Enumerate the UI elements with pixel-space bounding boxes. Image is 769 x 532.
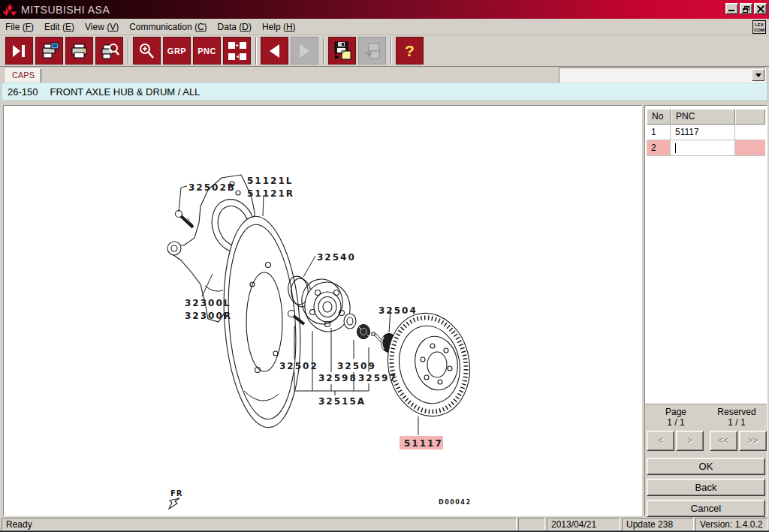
status-update: Update 238 <box>622 518 694 530</box>
forward-arrow-icon <box>300 44 309 58</box>
toolbar-separator <box>255 38 257 65</box>
help-question-icon: ? <box>405 42 415 60</box>
back-arrow-icon <box>270 44 279 58</box>
fr-marker-label: FR <box>170 489 183 497</box>
exit-button[interactable] <box>5 37 33 65</box>
help-button[interactable]: ? <box>396 37 424 65</box>
zoom-plus-icon <box>138 42 156 60</box>
grp-label: GRP <box>167 47 186 56</box>
part-label[interactable]: 32502 <box>279 361 318 371</box>
title-bar: MITSUBISHI ASA <box>0 0 769 19</box>
restore-icon <box>743 6 749 12</box>
reserved-label: Reserved <box>710 407 764 417</box>
back-nav-button[interactable]: Back <box>647 479 765 496</box>
grid-row-2[interactable]: 2 <box>647 140 765 156</box>
row2-extra-cell <box>735 140 765 156</box>
part-label[interactable]: 32597 <box>358 373 397 383</box>
toolbar: GRP PNC ? <box>0 35 769 67</box>
row1-extra-cell <box>735 125 765 140</box>
page-first-button[interactable]: << <box>710 431 737 451</box>
mitsubishi-logo-icon <box>3 4 17 16</box>
part-label[interactable]: 32300R <box>185 311 232 321</box>
part-label[interactable]: 32300L <box>185 298 231 308</box>
parts-list-panel: No PNC 1 51117 2 Page 1 / 1 Reserved 1 /… <box>644 105 767 516</box>
print-preview-icon <box>100 42 119 60</box>
column-header-pnc: PNC <box>671 109 735 125</box>
status-date: 2013/04/21 <box>547 518 620 530</box>
application-window: { "window": { "title": "MITSUBISHI ASA" … <box>0 0 769 532</box>
status-bar: Ready 2013/04/21 Update 238 Version: 1.4… <box>0 518 769 530</box>
tab-caps[interactable]: CAPS <box>5 68 41 83</box>
page-next-button[interactable]: > <box>676 431 704 451</box>
ok-button[interactable]: OK <box>647 458 765 475</box>
minimize-button[interactable] <box>725 3 738 14</box>
section-code: 26-150 <box>8 86 38 98</box>
diagram-panel: 32502B 51121L 51121R 32540 32300L 32300R… <box>3 105 642 516</box>
toolbar-separator <box>391 38 392 65</box>
menu-help[interactable]: Help (H) <box>257 20 301 34</box>
grp-button[interactable]: GRP <box>163 37 191 65</box>
window-title: MITSUBISHI ASA <box>21 4 110 16</box>
part-label[interactable]: 32540 <box>317 252 356 263</box>
chevron-down-icon <box>755 74 761 77</box>
row2-no-cell: 2 <box>647 140 671 156</box>
dropdown-button[interactable] <box>752 69 764 81</box>
restore-button[interactable] <box>740 3 752 14</box>
column-header-no: No <box>647 109 671 125</box>
close-button[interactable] <box>754 3 767 14</box>
column-header-extra <box>735 109 765 125</box>
part-label[interactable]: 51121L <box>247 176 293 186</box>
row1-pnc-cell[interactable]: 51117 <box>671 125 735 140</box>
status-message: Ready <box>2 518 517 530</box>
save-button[interactable] <box>328 37 356 65</box>
menu-communication[interactable]: Communication (C) <box>124 20 212 34</box>
menu-bar: File (F) Edit (E) View (V) Communication… <box>0 19 769 35</box>
fr-arrow-icon <box>169 498 179 509</box>
print-preview-button[interactable] <box>95 37 123 65</box>
grid-header-row: No PNC <box>647 109 765 125</box>
grid-row-1[interactable]: 1 51117 <box>647 125 765 140</box>
pager-section: Page 1 / 1 Reserved 1 / 1 < > << >> OK B… <box>645 404 767 515</box>
zoom-button[interactable] <box>133 37 161 65</box>
export-button <box>358 37 386 65</box>
text-cursor <box>675 143 676 153</box>
part-label[interactable]: 32502B <box>188 182 236 193</box>
part-label[interactable]: 32515A <box>318 396 366 407</box>
pnc-label: PNC <box>198 47 216 56</box>
page-last-button[interactable]: >> <box>739 431 767 451</box>
back-button[interactable] <box>261 37 288 65</box>
menu-data[interactable]: Data (D) <box>213 20 257 34</box>
cancel-button[interactable]: Cancel <box>647 500 765 517</box>
highlighted-part-label[interactable]: 51117 <box>404 438 443 449</box>
status-blank <box>518 518 545 530</box>
print-icon <box>71 43 89 59</box>
pnc-button[interactable]: PNC <box>193 37 221 65</box>
lexcom-icon: LEXCOM <box>752 20 766 34</box>
menu-file[interactable]: File (F) <box>0 20 39 34</box>
menu-edit[interactable]: Edit (E) <box>39 20 80 34</box>
row2-pnc-input[interactable] <box>671 140 735 156</box>
multi-view-icon <box>228 41 247 61</box>
print-setup-icon <box>40 42 59 60</box>
print-button[interactable] <box>65 37 93 65</box>
status-version: Version: 1.4.0.2 <box>695 518 767 530</box>
part-label[interactable]: 32598 <box>318 373 357 383</box>
catalog-selector[interactable]: PASSENGER CAR(A) 2010-01-29 <box>559 68 766 83</box>
row1-no-cell: 1 <box>647 125 671 140</box>
toolbar-separator <box>323 38 324 65</box>
part-label[interactable]: 32509 <box>337 361 376 371</box>
forward-button <box>291 37 318 65</box>
save-icon <box>333 41 352 61</box>
pnc-grid: No PNC 1 51117 2 <box>647 109 765 156</box>
exit-icon <box>11 44 28 58</box>
menu-view[interactable]: View (V) <box>80 20 124 34</box>
part-label[interactable]: 32504 <box>378 305 418 316</box>
page-label: Page <box>651 407 701 417</box>
drawing-number: D00042 <box>439 499 471 506</box>
close-icon <box>757 5 764 13</box>
part-label[interactable]: 51121R <box>247 188 294 199</box>
print-setup-button[interactable] <box>35 37 63 65</box>
multi-view-button[interactable] <box>223 37 251 65</box>
page-prev-button[interactable]: < <box>647 431 674 451</box>
page-value: 1 / 1 <box>651 417 701 428</box>
